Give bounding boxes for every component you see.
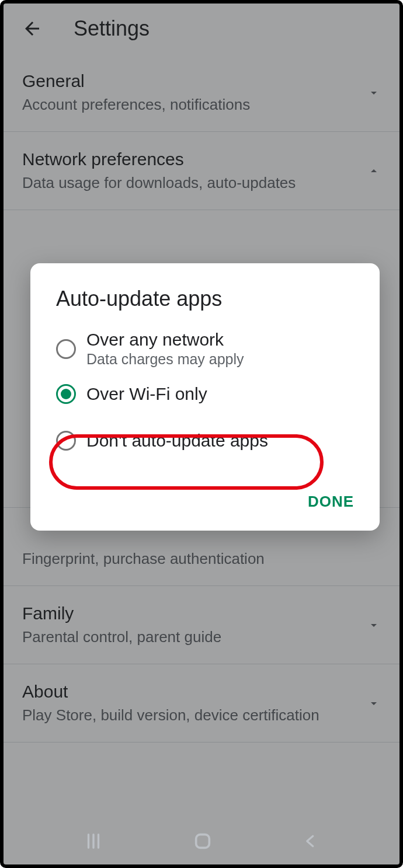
done-button[interactable]: DONE bbox=[308, 493, 354, 511]
radio-icon bbox=[56, 431, 76, 451]
radio-label: Over Wi-Fi only bbox=[86, 384, 207, 404]
dialog-title: Auto-update apps bbox=[30, 287, 380, 322]
radio-icon-selected bbox=[56, 384, 76, 404]
radio-option-dont-update[interactable]: Don't auto-update apps bbox=[30, 412, 380, 469]
svg-rect-0 bbox=[196, 835, 210, 848]
radio-label: Don't auto-update apps bbox=[86, 431, 268, 451]
nav-back-icon[interactable] bbox=[302, 832, 319, 850]
radio-label: Over any network bbox=[86, 330, 244, 350]
radio-sublabel: Data charges may apply bbox=[86, 351, 244, 368]
auto-update-dialog: Auto-update apps Over any network Data c… bbox=[30, 263, 380, 531]
system-nav-bar bbox=[4, 818, 399, 864]
radio-option-wifi-only[interactable]: Over Wi-Fi only bbox=[30, 376, 380, 412]
radio-icon bbox=[56, 339, 76, 359]
nav-recent-icon[interactable] bbox=[84, 831, 103, 851]
nav-home-icon[interactable] bbox=[193, 831, 213, 851]
radio-option-any-network[interactable]: Over any network Data charges may apply bbox=[30, 322, 380, 376]
